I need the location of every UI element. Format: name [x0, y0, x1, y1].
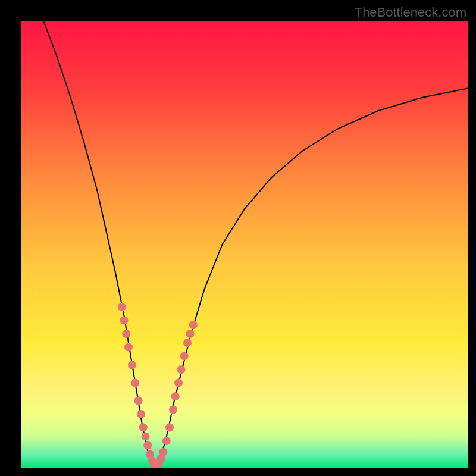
data-point: [124, 343, 133, 352]
gradient-background: [21, 21, 468, 468]
data-point: [189, 321, 198, 329]
plot-area: [21, 21, 468, 468]
data-point: [180, 352, 189, 361]
watermark: TheBottleneck.com: [355, 5, 466, 20]
data-point: [177, 365, 186, 374]
data-point: [186, 330, 195, 338]
data-point: [159, 448, 168, 456]
data-point: [143, 441, 152, 450]
data-point: [131, 379, 139, 387]
chart-container: TheBottleneck.com: [0, 0, 476, 476]
data-point: [122, 330, 130, 338]
data-point: [183, 339, 192, 347]
data-point: [139, 424, 148, 432]
data-point: [171, 392, 180, 400]
data-point: [118, 303, 126, 311]
data-point: [120, 317, 129, 325]
data-point: [169, 406, 177, 414]
chart-svg: [21, 21, 468, 468]
data-point: [174, 379, 183, 387]
data-point: [162, 437, 171, 445]
data-point: [137, 410, 145, 418]
data-point: [128, 361, 136, 369]
data-point: [165, 424, 174, 432]
data-point: [142, 433, 150, 441]
data-point: [134, 397, 143, 405]
